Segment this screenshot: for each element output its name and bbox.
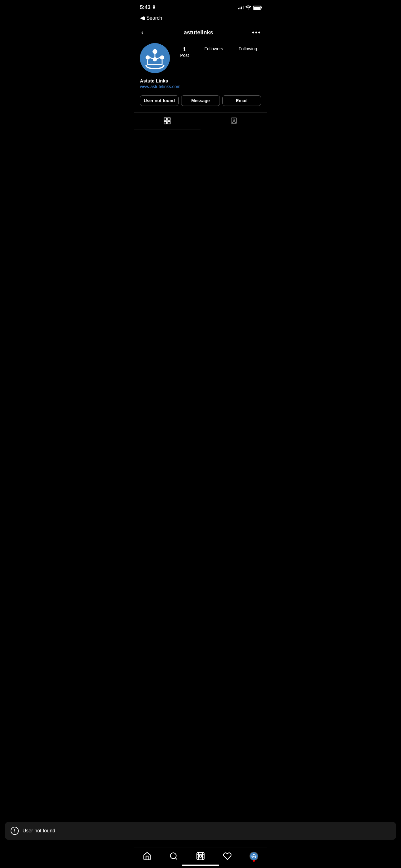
more-options-button[interactable]: ••• xyxy=(252,28,261,36)
profile-tabs xyxy=(134,112,267,129)
back-button[interactable]: ‹ xyxy=(140,27,145,38)
signal-icon xyxy=(238,6,244,9)
status-bar: 5:43 xyxy=(134,0,267,13)
message-button[interactable]: Message xyxy=(181,95,220,106)
profile-username: astutelinks xyxy=(183,29,213,36)
svg-rect-11 xyxy=(164,118,166,120)
svg-point-1 xyxy=(153,49,157,54)
status-time: 5:43 xyxy=(140,4,156,11)
posts-stat: 1 Post xyxy=(180,46,189,58)
status-icons xyxy=(238,5,261,10)
svg-rect-13 xyxy=(164,122,166,124)
grid-icon xyxy=(163,117,171,125)
followers-label: Followers xyxy=(204,46,223,51)
battery-icon xyxy=(253,6,261,10)
profile-stats: 1 Post Followers Following xyxy=(176,43,261,58)
action-buttons: User not found Message Email xyxy=(134,92,267,111)
posts-count: 1 xyxy=(183,46,186,53)
grid-tab[interactable] xyxy=(134,113,201,129)
grid-content xyxy=(134,129,267,286)
nav-back[interactable]: ◀ ◀ Search xyxy=(134,13,267,24)
svg-point-7 xyxy=(153,57,157,61)
profile-website[interactable]: www.astutelinks.com xyxy=(140,84,261,89)
svg-point-2 xyxy=(145,55,149,59)
followers-stat: Followers xyxy=(204,46,223,51)
profile-info-row: 1 Post Followers Following xyxy=(134,43,267,78)
user-not-found-button[interactable]: User not found xyxy=(140,95,179,106)
profile-display-name: Astute Links xyxy=(140,78,261,84)
svg-point-16 xyxy=(233,119,235,121)
tagged-tab[interactable] xyxy=(201,113,267,129)
posts-label: Post xyxy=(180,53,189,58)
tagged-icon xyxy=(230,117,238,125)
svg-point-3 xyxy=(160,55,164,59)
time-display: 5:43 xyxy=(140,4,151,11)
svg-rect-12 xyxy=(168,118,170,120)
email-button[interactable]: Email xyxy=(222,95,261,106)
wifi-icon xyxy=(245,5,251,10)
profile-name-section: Astute Links www.astutelinks.com xyxy=(134,78,267,92)
following-stat: Following xyxy=(239,46,257,51)
location-icon xyxy=(152,5,156,10)
nav-back-label: ◀ Search xyxy=(141,15,162,21)
profile-header: ‹ astutelinks ••• xyxy=(134,24,267,43)
following-label: Following xyxy=(239,46,257,51)
avatar-image xyxy=(140,43,170,73)
avatar xyxy=(140,43,170,73)
svg-rect-14 xyxy=(168,122,170,124)
